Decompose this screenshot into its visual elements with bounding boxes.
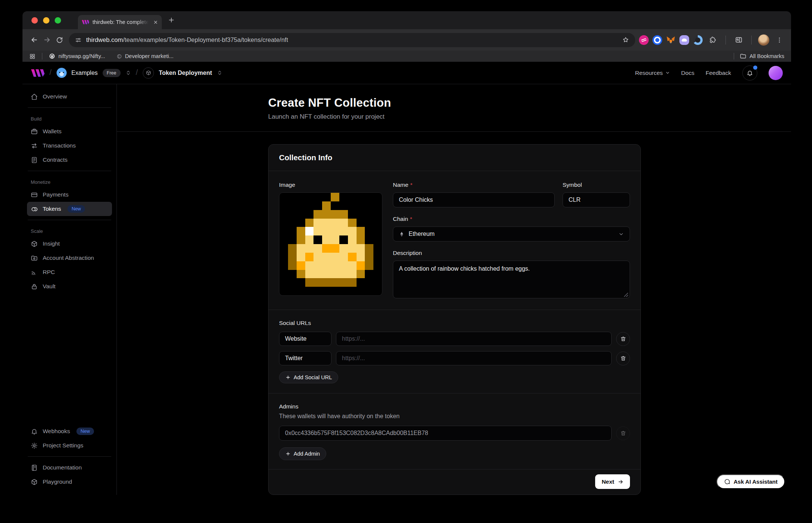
browser-tab[interactable]: thirdweb: The complete web3: [78, 15, 162, 29]
tab-close-icon[interactable]: [153, 20, 158, 25]
thirdweb-logo[interactable]: [31, 69, 45, 77]
side-panel-icon[interactable]: [732, 34, 745, 46]
sidebar-item-tokens[interactable]: Tokens New: [27, 202, 112, 216]
add-social-url-button[interactable]: Add Social URL: [279, 371, 338, 383]
tab-strip: thirdweb: The complete web3: [22, 11, 791, 29]
tokens-icon: [31, 206, 38, 213]
sidebar-item-overview[interactable]: Overview: [27, 89, 112, 104]
forward-button[interactable]: [40, 34, 53, 46]
lock-icon: [31, 283, 38, 290]
sidebar-label: Webhooks: [43, 428, 70, 435]
toolbar-divider: [751, 36, 752, 45]
credit-card-icon: [31, 191, 38, 198]
sidebar-item-playground[interactable]: Playground: [27, 475, 112, 489]
nav-resources[interactable]: Resources: [635, 70, 670, 76]
next-button[interactable]: Next: [595, 474, 630, 489]
social-platform-input[interactable]: [279, 332, 331, 346]
add-admin-button[interactable]: Add Admin: [279, 447, 326, 460]
nav-docs[interactable]: Docs: [681, 70, 694, 76]
sidebar-item-insight[interactable]: Insight: [27, 237, 112, 251]
maximize-window-button[interactable]: [55, 17, 61, 24]
sidebar-item-wallets[interactable]: Wallets: [27, 124, 112, 139]
project-switcher-icon[interactable]: [217, 70, 222, 76]
account-avatar[interactable]: [769, 66, 783, 80]
all-bookmarks-button[interactable]: All Bookmarks: [740, 53, 784, 60]
sidebar-item-rpc[interactable]: RPC: [27, 265, 112, 279]
new-tab-button[interactable]: [168, 16, 175, 24]
cube-icon: [31, 478, 38, 486]
contract-icon: [31, 156, 38, 164]
minimize-window-button[interactable]: [43, 17, 49, 24]
github-icon: [49, 53, 55, 60]
team-avatar[interactable]: [57, 68, 67, 78]
address-bar[interactable]: thirdweb.com/team/examples/Token-Deploym…: [69, 33, 635, 47]
admins-note: These wallets will have authority on the…: [279, 413, 630, 420]
chrome-menu-icon[interactable]: [773, 34, 786, 46]
description-label: Description: [393, 250, 630, 256]
extensions-puzzle-icon[interactable]: [706, 34, 719, 46]
close-window-button[interactable]: [31, 17, 38, 24]
bookmark-label: niftyswap.gg/Nifty...: [58, 53, 105, 59]
section-divider: [269, 393, 640, 393]
sidebar-item-documentation[interactable]: Documentation: [27, 460, 112, 475]
nft-image-preview[interactable]: [279, 192, 382, 296]
sidebar-divider: [28, 220, 111, 220]
sidebar-label: Playground: [43, 478, 72, 485]
name-label: Name*: [393, 182, 555, 188]
delete-social-url-button[interactable]: [616, 332, 630, 346]
sidebar-item-account-abstraction[interactable]: Account Abstraction: [27, 251, 112, 265]
plus-icon: [285, 375, 291, 380]
site-settings-icon[interactable]: [75, 37, 82, 43]
delete-social-url-button[interactable]: [616, 352, 630, 365]
extension-pink-icon[interactable]: [639, 35, 649, 45]
name-input[interactable]: [393, 192, 555, 207]
symbol-input[interactable]: [563, 192, 630, 207]
admin-address-input[interactable]: [279, 426, 612, 441]
social-url-row: [279, 351, 630, 365]
apps-grid-icon[interactable]: [29, 53, 36, 60]
social-url-input[interactable]: [336, 332, 612, 346]
ask-ai-assistant-button[interactable]: Ask AI Assistant: [716, 474, 785, 489]
team-name[interactable]: Examples: [72, 70, 98, 76]
main-content: Create NFT Collection Launch an NFT coll…: [117, 84, 791, 495]
extension-blue-icon[interactable]: [652, 35, 662, 45]
plus-icon: [285, 451, 291, 456]
required-marker: *: [410, 216, 412, 222]
phantom-extension-icon[interactable]: [679, 35, 689, 45]
all-bookmarks-label: All Bookmarks: [749, 53, 784, 59]
bookmark-item[interactable]: Developer marketi...: [116, 53, 174, 59]
description-textarea[interactable]: A collection of rainbow chicks hatched f…: [393, 261, 630, 298]
sidebar-label: Overview: [43, 93, 67, 100]
tab-title: thirdweb: The complete web3: [93, 19, 149, 25]
nav-feedback-label: Feedback: [706, 70, 731, 76]
sidebar-label: Transactions: [43, 142, 76, 149]
nav-feedback[interactable]: Feedback: [706, 70, 731, 76]
browser-profile-avatar[interactable]: [758, 34, 769, 46]
sidebar-item-vault[interactable]: Vault: [27, 279, 112, 294]
chain-select[interactable]: Ethereum: [393, 226, 630, 241]
section-divider: [269, 310, 640, 310]
sidebar-item-project-settings[interactable]: Project Settings: [27, 438, 112, 453]
metamask-extension-icon[interactable]: [666, 35, 676, 45]
delete-admin-button[interactable]: [616, 426, 630, 440]
sidebar-item-payments[interactable]: Payments: [27, 188, 112, 202]
bookmark-item[interactable]: niftyswap.gg/Nifty...: [49, 53, 105, 60]
bookmarks-divider: [734, 53, 734, 60]
back-button[interactable]: [28, 34, 40, 46]
social-platform-input[interactable]: [279, 351, 331, 365]
social-url-input[interactable]: [336, 351, 612, 365]
project-name[interactable]: Token Deployment: [159, 70, 212, 76]
notifications-button[interactable]: [742, 66, 757, 80]
bookmark-star-icon[interactable]: [622, 36, 629, 43]
symbol-label: Symbol: [563, 182, 630, 188]
sidebar-item-transactions[interactable]: Transactions: [27, 139, 112, 153]
sidebar-item-contracts[interactable]: Contracts: [27, 153, 112, 167]
team-switcher-icon[interactable]: [125, 70, 131, 76]
ethereum-icon: [399, 231, 405, 237]
social-urls-label: Social URLs: [279, 320, 630, 326]
app-header: / Examples Free / Token Deployment Reso: [22, 62, 791, 84]
sidebar-item-webhooks[interactable]: Webhooks New: [27, 424, 112, 438]
extension-clock-icon[interactable]: [693, 35, 703, 45]
sidebar-label: Project Settings: [43, 442, 84, 449]
reload-button[interactable]: [53, 34, 66, 46]
